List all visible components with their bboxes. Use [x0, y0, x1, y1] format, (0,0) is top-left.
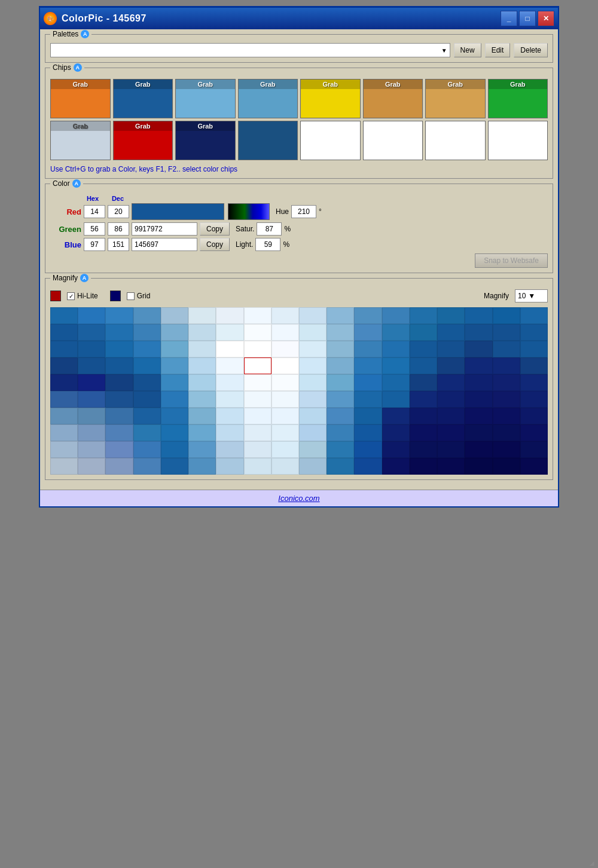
- pixel-cell: [410, 324, 437, 341]
- copy-button-2[interactable]: Copy: [200, 238, 230, 251]
- pixel-cell: [493, 324, 520, 341]
- pixel-cell: [465, 357, 492, 374]
- chip-item[interactable]: [488, 121, 548, 160]
- pixel-cell: [299, 324, 327, 341]
- pixel-cell: [216, 391, 243, 408]
- pixel-cell: [437, 307, 465, 324]
- new-palette-button[interactable]: New: [454, 43, 481, 57]
- magnify-value-label: Magnify: [484, 292, 509, 300]
- chip-item[interactable]: [363, 121, 423, 160]
- pixel-cell: [188, 324, 216, 341]
- pixel-cell: [299, 408, 327, 424]
- hilite-checkbox-label[interactable]: ✓ Hi-Lite: [67, 292, 98, 300]
- pixel-cell: [188, 374, 216, 391]
- pixel-cell: [216, 374, 243, 391]
- chip-item[interactable]: Grab: [175, 121, 236, 160]
- palette-dropdown[interactable]: ▼: [50, 43, 450, 57]
- hue-label: Hue: [276, 207, 289, 216]
- chip-item[interactable]: [238, 121, 298, 160]
- pixel-cell: [327, 441, 354, 458]
- pixel-cell: [188, 391, 216, 408]
- pixel-cell: [437, 458, 465, 475]
- pixel-cell: [271, 341, 299, 357]
- edit-palette-button[interactable]: Edit: [485, 43, 511, 57]
- palettes-badge: A: [81, 30, 89, 38]
- pixel-cell: [382, 324, 410, 341]
- grid-checkbox[interactable]: [127, 292, 135, 300]
- pixel-cell: [78, 391, 105, 408]
- chip-item[interactable]: [425, 121, 486, 160]
- pixel-cell: [354, 307, 382, 324]
- chip-item[interactable]: [300, 121, 361, 160]
- app-icon: 🎨: [44, 12, 57, 25]
- pixel-cell: [105, 391, 133, 408]
- pixel-cell: [216, 408, 243, 424]
- chip-item[interactable]: Grab: [488, 79, 548, 118]
- blue-dec-input[interactable]: [108, 238, 129, 251]
- dec-header: Dec: [106, 195, 129, 202]
- spectrum-preview: [228, 203, 270, 220]
- pixel-cell: [299, 307, 327, 324]
- pixel-cell: [216, 307, 243, 324]
- footer-link[interactable]: Iconico.com: [40, 490, 558, 506]
- chip-item[interactable]: Grab: [363, 79, 423, 118]
- chip-item[interactable]: Grab: [50, 121, 111, 160]
- pixel-cell: [327, 374, 354, 391]
- magnify-dropdown[interactable]: 10 ▼: [515, 289, 548, 302]
- snap-websafe-button[interactable]: Snap to Websafe: [475, 253, 548, 268]
- hilite-checkbox[interactable]: ✓: [67, 292, 75, 300]
- chip-item[interactable]: Grab: [50, 79, 111, 118]
- hue-unit: °: [319, 207, 322, 216]
- footer-text: Iconico.com: [278, 494, 319, 503]
- pixel-cell: [271, 374, 299, 391]
- pixel-cell: [105, 357, 133, 374]
- green-dec-input[interactable]: [108, 222, 129, 236]
- pixel-cell: [299, 458, 327, 475]
- pixel-cell: [354, 458, 382, 475]
- green-hex-input[interactable]: [84, 222, 105, 236]
- hex-input-1[interactable]: [132, 222, 197, 236]
- red-dec-input[interactable]: [108, 205, 129, 218]
- pixel-cell: [354, 341, 382, 357]
- delete-palette-button[interactable]: Delete: [514, 43, 548, 57]
- pixel-cell: [354, 391, 382, 408]
- close-button[interactable]: ✕: [538, 11, 554, 26]
- blue-hex-input[interactable]: [84, 238, 105, 251]
- red-hex-input[interactable]: [84, 205, 105, 218]
- minimize-button[interactable]: _: [501, 11, 517, 26]
- hex-input-2[interactable]: [132, 238, 197, 251]
- chip-item[interactable]: Grab: [175, 79, 236, 118]
- pixel-cell: [437, 441, 465, 458]
- pixel-cell: [50, 458, 78, 475]
- pixel-cell: [410, 424, 437, 441]
- copy-button-1[interactable]: Copy: [200, 222, 230, 236]
- maximize-button[interactable]: □: [519, 11, 536, 26]
- pixel-cell: [520, 391, 548, 408]
- pixel-cell: [161, 374, 188, 391]
- grid-color-swatch: [110, 291, 121, 301]
- pixel-cell: [437, 374, 465, 391]
- magnify-arrow-icon: ▼: [528, 292, 535, 300]
- hue-input[interactable]: [291, 205, 316, 218]
- chip-item[interactable]: Grab: [113, 79, 173, 118]
- chip-item[interactable]: Grab: [238, 79, 298, 118]
- satur-input[interactable]: [257, 222, 282, 236]
- pixel-cell: [327, 408, 354, 424]
- pixel-cell: [382, 357, 410, 374]
- pixel-cell: [133, 307, 161, 324]
- pixel-cell: [50, 408, 78, 424]
- pixel-cell: [271, 441, 299, 458]
- light-input[interactable]: [255, 238, 280, 251]
- color-section-inner: Hex Dec Red Hue °: [50, 195, 548, 268]
- pixel-cell: [299, 374, 327, 391]
- pixel-cell: [78, 374, 105, 391]
- pixel-cell: [354, 424, 382, 441]
- pixel-cell: [133, 374, 161, 391]
- chip-item[interactable]: Grab: [113, 121, 173, 160]
- grid-checkbox-label[interactable]: Grid: [127, 292, 151, 300]
- chip-item[interactable]: Grab: [425, 79, 486, 118]
- pixel-cell: [188, 408, 216, 424]
- chip-item[interactable]: Grab: [300, 79, 361, 118]
- pixel-cell: [133, 391, 161, 408]
- pixel-cell: [244, 391, 271, 408]
